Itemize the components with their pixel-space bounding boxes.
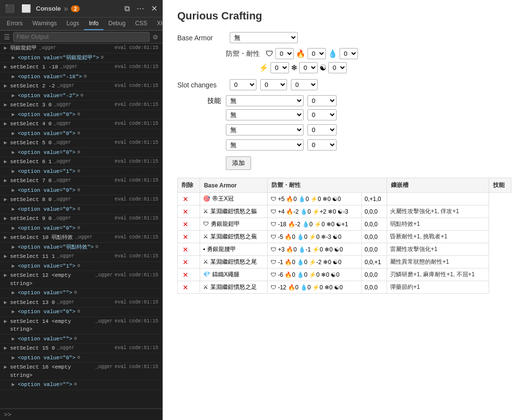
add-button[interactable]: 添加 xyxy=(226,156,251,170)
sub-expand-arrow[interactable]: ▶ xyxy=(12,111,15,119)
expand-arrow[interactable]: ▶ xyxy=(4,44,7,52)
base-armor-select[interactable]: 無 xyxy=(230,32,298,43)
tab-warnings[interactable]: Warnings xyxy=(28,17,62,30)
console-output[interactable]: ▶弱銀龍鎧甲_uggereval code:61:15▶<option valu… xyxy=(0,44,162,408)
expand-arrow[interactable]: ▶ xyxy=(4,363,7,379)
expand-arrow[interactable]: ▶ xyxy=(4,271,7,287)
gear-icon[interactable]: ⚙ xyxy=(77,308,80,316)
gear-icon[interactable]: ⚙ xyxy=(77,224,80,233)
overflow-icon[interactable]: ⋯ xyxy=(135,3,146,14)
gear-icon[interactable]: ⚙ xyxy=(77,149,80,157)
skill2-name-select[interactable]: 無 xyxy=(226,109,304,120)
expand-arrow[interactable]: ▶ xyxy=(4,101,7,109)
skill3-name-select[interactable]: 無 xyxy=(226,124,304,135)
gear-icon[interactable]: ⚙ xyxy=(77,354,80,362)
delete-button[interactable]: ✕ xyxy=(181,258,190,266)
gear-icon[interactable]: ⚙ xyxy=(77,111,80,119)
slot3-select[interactable]: 0 xyxy=(291,79,318,90)
delete-button[interactable]: ✕ xyxy=(181,284,190,291)
delete-button[interactable]: ✕ xyxy=(181,271,190,279)
expand-arrow[interactable]: ▶ xyxy=(4,120,7,128)
gear-icon[interactable]: ⚙ xyxy=(101,54,104,62)
gear-icon[interactable]: ⚙ xyxy=(74,381,77,389)
thunder-select[interactable]: 0 xyxy=(271,62,289,73)
skill4-val-select[interactable]: 0 xyxy=(307,139,337,151)
gear-icon[interactable]: ⚙ xyxy=(77,262,80,270)
sub-expand-arrow[interactable]: ▶ xyxy=(12,224,15,233)
expand-arrow[interactable]: ▶ xyxy=(4,158,7,166)
slot1-select[interactable]: 0 xyxy=(230,79,256,90)
settings-icon[interactable]: ⚙ xyxy=(153,34,158,41)
gear-icon[interactable]: ⚙ xyxy=(84,73,87,81)
delete-button[interactable]: ✕ xyxy=(181,220,190,228)
slot2-select[interactable]: 0 xyxy=(260,79,287,90)
sub-expand-arrow[interactable]: ▶ xyxy=(12,354,15,362)
skill1-name-select[interactable]: 無 xyxy=(226,95,304,106)
skill4-name-select[interactable]: 無 xyxy=(226,139,304,151)
gear-icon[interactable]: ⚙ xyxy=(74,289,77,297)
expand-arrow[interactable]: ▶ xyxy=(4,139,7,147)
expand-arrow[interactable]: ▶ xyxy=(4,299,7,307)
gear-icon[interactable]: ⚙ xyxy=(77,130,80,138)
expand-arrow[interactable]: ▶ xyxy=(4,252,7,261)
delete-button[interactable]: ✕ xyxy=(181,195,190,203)
dragon-cell-icon: ☯ xyxy=(338,208,343,215)
tab-debug[interactable]: Debug xyxy=(103,17,130,30)
gear-icon[interactable]: ⚙ xyxy=(77,205,80,214)
skill1-val-select[interactable]: 0 xyxy=(307,95,337,106)
tab-xhr[interactable]: XHR xyxy=(152,17,163,30)
sub-expand-arrow[interactable]: ▶ xyxy=(12,54,15,62)
dragon-select[interactable]: 0 xyxy=(328,62,347,73)
gear-icon[interactable]: ⚙ xyxy=(96,243,99,252)
gear-icon[interactable]: ⚙ xyxy=(74,335,77,343)
expand-arrow[interactable]: ▶ xyxy=(4,63,7,71)
tab-errors[interactable]: Errors xyxy=(2,17,28,30)
water-icon: 💧 xyxy=(328,49,338,58)
sub-expand-arrow[interactable]: ▶ xyxy=(12,262,15,270)
armor-icon: ⚔ xyxy=(203,233,208,240)
sub-expand-arrow[interactable]: ▶ xyxy=(12,73,15,81)
page-title: Qurious Crafting xyxy=(177,10,511,22)
expand-arrow[interactable]: ▶ xyxy=(4,177,7,185)
delete-button[interactable]: ✕ xyxy=(181,246,190,253)
close-devtools-btn[interactable]: ✕ xyxy=(149,3,159,14)
sub-expand-arrow[interactable]: ▶ xyxy=(12,92,15,100)
expand-arrow[interactable]: ▶ xyxy=(4,344,7,353)
delete-button[interactable]: ✕ xyxy=(181,233,190,241)
skill3-val-select[interactable]: 0 xyxy=(307,124,337,135)
gear-icon[interactable]: ⚙ xyxy=(81,92,84,100)
water-select[interactable]: 0 xyxy=(339,48,358,59)
delete-button[interactable]: ✕ xyxy=(181,208,190,216)
sub-expand-arrow[interactable]: ▶ xyxy=(12,186,15,195)
sub-expand-arrow[interactable]: ▶ xyxy=(12,381,15,389)
defense-select[interactable]: 0 xyxy=(275,48,294,59)
sub-expand-arrow[interactable]: ▶ xyxy=(12,168,15,176)
gear-icon[interactable]: ⚙ xyxy=(77,168,80,176)
console-text: setSelect 14 <empty string> xyxy=(10,318,93,334)
skill2-val-select[interactable]: 0 xyxy=(307,109,337,120)
sub-expand-arrow[interactable]: ▶ xyxy=(12,289,15,297)
ice-select[interactable]: 0 xyxy=(299,62,318,73)
tab-logs[interactable]: Logs xyxy=(62,17,84,30)
tab-info[interactable]: Info xyxy=(84,17,103,30)
sub-expand-arrow[interactable]: ▶ xyxy=(12,335,15,343)
sub-expand-arrow[interactable]: ▶ xyxy=(12,243,15,252)
expand-arrow[interactable]: ▶ xyxy=(4,196,7,204)
copy-icon[interactable]: ⧉ xyxy=(122,3,132,14)
sub-expand-arrow[interactable]: ▶ xyxy=(12,205,15,214)
filter-input[interactable] xyxy=(13,32,150,42)
tab-css[interactable]: CSS xyxy=(130,17,152,30)
sub-expand-arrow[interactable]: ▶ xyxy=(12,149,15,157)
expand-arrow[interactable]: ▶ xyxy=(4,318,7,334)
expand-icon[interactable]: » xyxy=(64,4,68,13)
expand-arrow[interactable]: ▶ xyxy=(4,234,7,242)
fire-select[interactable]: 0 xyxy=(307,48,326,59)
command-input[interactable] xyxy=(14,411,158,418)
dock-icon[interactable]: ⬛ xyxy=(3,3,17,14)
console-item: ▶setSelect 7 0_uggereval code:61:15 xyxy=(0,176,162,186)
expand-arrow[interactable]: ▶ xyxy=(4,215,7,223)
gear-icon[interactable]: ⚙ xyxy=(77,186,80,195)
sub-expand-arrow[interactable]: ▶ xyxy=(12,308,15,316)
expand-arrow[interactable]: ▶ xyxy=(4,82,7,90)
sub-expand-arrow[interactable]: ▶ xyxy=(12,130,15,138)
